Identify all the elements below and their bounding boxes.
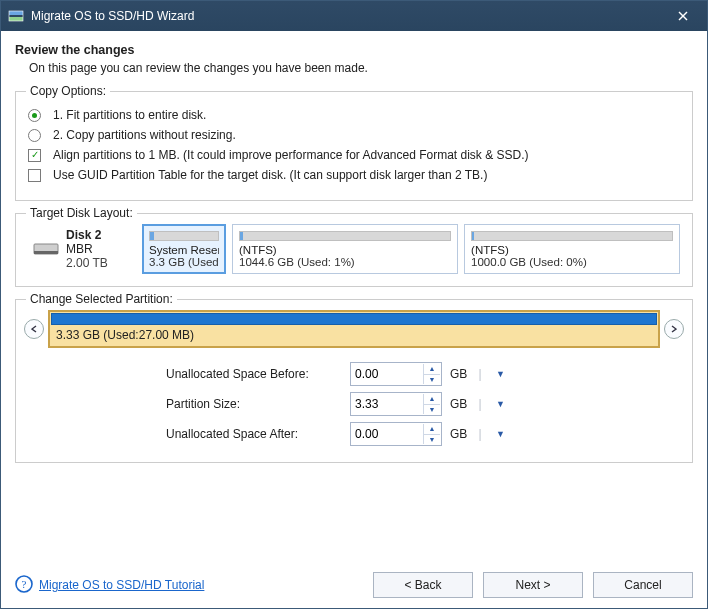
back-button[interactable]: < Back	[373, 572, 473, 598]
tutorial-link[interactable]: Migrate OS to SSD/HD Tutorial	[39, 578, 204, 592]
next-button[interactable]: Next >	[483, 572, 583, 598]
checkbox-label: Align partitions to 1 MB. (It could impr…	[53, 148, 529, 162]
svg-rect-0	[9, 11, 23, 15]
checkbox-icon	[28, 169, 41, 182]
unalloc-after-input[interactable]: ▲▼	[350, 422, 442, 446]
checkbox-label: Use GUID Partition Table for the target …	[53, 168, 487, 182]
checkbox-use-gpt[interactable]: Use GUID Partition Table for the target …	[28, 168, 680, 182]
grow-right-button[interactable]	[664, 319, 684, 339]
partition-name: System Reser	[149, 244, 219, 256]
unalloc-after-label: Unallocated Space After:	[166, 427, 346, 441]
help-link-group: ? Migrate OS to SSD/HD Tutorial	[15, 575, 204, 596]
partition-detail: 3.3 GB (Used:	[149, 256, 219, 268]
unit-dropdown[interactable]: ▼	[496, 369, 514, 379]
checkbox-icon: ✓	[28, 149, 41, 162]
titlebar: Migrate OS to SSD/HD Wizard	[1, 1, 707, 31]
partition-detail: 1044.6 GB (Used: 1%)	[239, 256, 451, 268]
partition-size-input[interactable]: ▲▼	[350, 392, 442, 416]
disk-info: Disk 2 MBR 2.00 TB	[66, 228, 108, 270]
radio-icon	[28, 109, 41, 122]
radio-label: 1. Fit partitions to entire disk.	[53, 108, 206, 122]
divider: |	[468, 367, 492, 381]
svg-rect-6	[34, 251, 58, 254]
app-icon	[7, 7, 25, 25]
selected-partition-bar[interactable]: 3.33 GB (Used:27.00 MB)	[48, 310, 660, 348]
spinner[interactable]: ▲▼	[423, 394, 440, 414]
change-partition-group: Change Selected Partition: 3.33 GB (Used…	[15, 299, 693, 463]
spinner[interactable]: ▲▼	[423, 424, 440, 444]
partition-usage-bar	[51, 313, 657, 325]
wizard-window: Migrate OS to SSD/HD Wizard Review the c…	[0, 0, 708, 609]
unit-label: GB	[446, 397, 464, 411]
cancel-button[interactable]: Cancel	[593, 572, 693, 598]
unalloc-before-value[interactable]	[351, 364, 423, 384]
unit-label: GB	[446, 427, 464, 441]
radio-label: 2. Copy partitions without resizing.	[53, 128, 236, 142]
partition-size-value[interactable]	[351, 394, 423, 414]
radio-icon	[28, 129, 41, 142]
radio-fit-partitions[interactable]: 1. Fit partitions to entire disk.	[28, 108, 680, 122]
target-disk-legend: Target Disk Layout:	[26, 206, 137, 220]
checkbox-align-1mb[interactable]: ✓ Align partitions to 1 MB. (It could im…	[28, 148, 680, 162]
page-subtitle: On this page you can review the changes …	[29, 61, 693, 75]
svg-text:?: ?	[22, 578, 27, 590]
change-partition-legend: Change Selected Partition:	[26, 292, 177, 306]
unit-label: GB	[446, 367, 464, 381]
unit-dropdown[interactable]: ▼	[496, 399, 514, 409]
partition-ntfs-1[interactable]: (NTFS) 1044.6 GB (Used: 1%)	[232, 224, 458, 274]
unalloc-before-input[interactable]: ▲▼	[350, 362, 442, 386]
spinner[interactable]: ▲▼	[423, 364, 440, 384]
partition-ntfs-2[interactable]: (NTFS) 1000.0 GB (Used: 0%)	[464, 224, 680, 274]
partition-name: (NTFS)	[239, 244, 451, 256]
partition-size-form: Unallocated Space Before: ▲▼ GB | ▼ Part…	[166, 362, 680, 446]
divider: |	[468, 427, 492, 441]
disk-type: MBR	[66, 242, 108, 256]
radio-copy-without-resize[interactable]: 2. Copy partitions without resizing.	[28, 128, 680, 142]
close-button[interactable]	[665, 1, 701, 31]
page-title: Review the changes	[15, 43, 693, 57]
partition-size-label: Partition Size:	[166, 397, 346, 411]
disk-name: Disk 2	[66, 228, 108, 242]
partition-detail: 1000.0 GB (Used: 0%)	[471, 256, 673, 268]
selected-partition-label: 3.33 GB (Used:27.00 MB)	[50, 326, 658, 346]
partition-name: (NTFS)	[471, 244, 673, 256]
dialog-body: Review the changes On this page you can …	[1, 31, 707, 608]
unalloc-after-value[interactable]	[351, 424, 423, 444]
footer: ? Migrate OS to SSD/HD Tutorial < Back N…	[15, 568, 693, 598]
copy-options-group: Copy Options: 1. Fit partitions to entir…	[15, 91, 693, 201]
hdd-icon	[32, 241, 60, 257]
window-title: Migrate OS to SSD/HD Wizard	[31, 9, 665, 23]
disk-header: Disk 2 MBR 2.00 TB	[28, 224, 136, 274]
divider: |	[468, 397, 492, 411]
svg-rect-1	[9, 17, 23, 21]
partition-system-reserved[interactable]: System Reser 3.3 GB (Used:	[142, 224, 226, 274]
unit-dropdown[interactable]: ▼	[496, 429, 514, 439]
help-icon: ?	[15, 575, 33, 596]
unalloc-before-label: Unallocated Space Before:	[166, 367, 346, 381]
target-disk-layout-group: Target Disk Layout: Disk 2 MBR 2.00 TB S…	[15, 213, 693, 287]
disk-size: 2.00 TB	[66, 256, 108, 270]
copy-options-legend: Copy Options:	[26, 84, 110, 98]
shrink-left-button[interactable]	[24, 319, 44, 339]
